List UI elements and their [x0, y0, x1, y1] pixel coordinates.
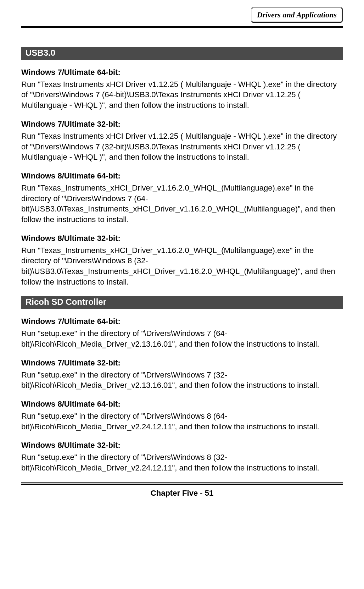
section-heading: USB3.0 [21, 47, 343, 60]
entry: Windows 7/Ultimate 64-bit: Run "setup.ex… [21, 317, 343, 349]
section-title-text: USB3.0 [26, 48, 55, 58]
entry-title: Windows 8/Ultimate 64-bit: [21, 400, 343, 409]
entry-title: Windows 8/Ultimate 64-bit: [21, 171, 343, 181]
bottom-rule [21, 482, 343, 485]
entry-title: Windows 7/Ultimate 64-bit: [21, 68, 343, 77]
entry-body: Run "setup.exe" in the directory of "\Dr… [21, 370, 343, 391]
entry-body: Run "Texas Instruments xHCI Driver v1.12… [21, 131, 343, 163]
entry-title: Windows 8/Ultimate 32-bit: [21, 234, 343, 243]
section-heading: Ricoh SD Controller [21, 296, 343, 309]
entry-title: Windows 7/Ultimate 64-bit: [21, 317, 343, 326]
entry: Windows 8/Ultimate 32-bit: Run "Texas_In… [21, 234, 343, 287]
page-header: Drivers and Applications [21, 0, 343, 23]
page-footer: Chapter Five - 51 [21, 485, 343, 498]
header-label: Drivers and Applications [251, 7, 343, 23]
entry-body: Run "setup.exe" in the directory of "\Dr… [21, 328, 343, 349]
entry: Windows 7/Ultimate 32-bit: Run "setup.ex… [21, 358, 343, 391]
entry-title: Windows 7/Ultimate 32-bit: [21, 358, 343, 368]
entry: Windows 7/Ultimate 32-bit: Run "Texas In… [21, 120, 343, 163]
entry-body: Run "setup.exe" in the directory of "\Dr… [21, 452, 343, 473]
entry-title: Windows 8/Ultimate 32-bit: [21, 441, 343, 450]
entry-body: Run "setup.exe" in the directory of "\Dr… [21, 411, 343, 432]
entry-body: Run "Texas Instruments xHCI Driver v1.12… [21, 79, 343, 111]
top-rule [21, 26, 343, 29]
entry: Windows 8/Ultimate 64-bit: Run "Texas_In… [21, 171, 343, 225]
entry: Windows 8/Ultimate 64-bit: Run "setup.ex… [21, 400, 343, 432]
entry-title: Windows 7/Ultimate 32-bit: [21, 120, 343, 129]
entry: Windows 8/Ultimate 32-bit: Run "setup.ex… [21, 441, 343, 473]
section-title-text: Ricoh SD Controller [26, 297, 106, 307]
page: Drivers and Applications USB3.0 Windows … [0, 0, 364, 508]
content: USB3.0 Windows 7/Ultimate 64-bit: Run "T… [21, 29, 343, 473]
entry-body: Run "Texas_Instruments_xHCI_Driver_v1.16… [21, 183, 343, 225]
entry-body: Run "Texas_Instruments_xHCI_Driver_v1.16… [21, 245, 343, 287]
entry: Windows 7/Ultimate 64-bit: Run "Texas In… [21, 68, 343, 111]
